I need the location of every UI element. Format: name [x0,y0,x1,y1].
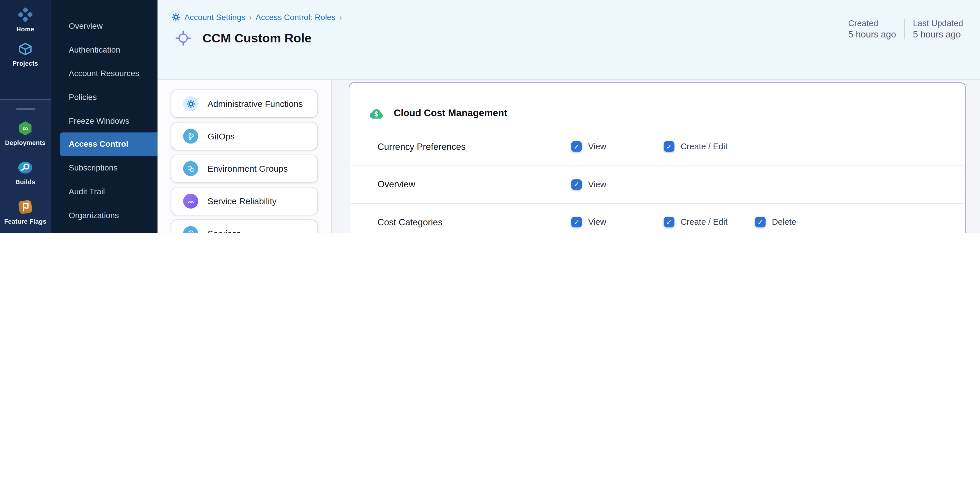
permission-label[interactable]: Create / Edit [681,217,727,227]
resource-group-label: Services [207,228,241,233]
resource-group-label: GitOps [207,131,235,141]
checked-checkbox[interactable] [755,217,766,228]
sidebar-item-tickets[interactable]: Tickets [51,227,158,233]
sidebar-item-policies[interactable]: Policies [51,85,158,109]
role-meta: Created 5 hours ago Last Updated 5 hours… [840,19,971,40]
resource-group-service-reliability[interactable]: Service Reliability [171,187,317,215]
module-rail: HomeProjects ∞DeploymentsBuildsFeature F… [0,0,51,233]
resource-group-gitops[interactable]: GitOps [171,122,317,150]
projects-cube-icon [17,41,34,57]
builds-icon [17,159,34,176]
checked-checkbox[interactable] [571,141,582,152]
permission-label[interactable]: Create / Edit [681,142,727,151]
permission-row-overview: OverviewView [350,166,964,204]
checked-checkbox[interactable] [571,217,582,228]
sidebar-item-overview[interactable]: Overview [51,14,158,38]
checked-checkbox[interactable] [571,179,582,190]
resource-group-environment-groups[interactable]: Environment Groups [171,155,317,182]
resource-group-label: Environment Groups [207,163,288,173]
permission-row-label: Overview [377,179,415,189]
role-target-icon [175,30,191,46]
breadcrumb-gear-icon [171,13,180,22]
breadcrumb-link[interactable]: Account Settings [184,13,245,22]
rail-item-home[interactable]: Home [0,6,51,33]
last-updated-value: 5 hours ago [913,29,963,39]
sidebar-item-freeze-windows[interactable]: Freeze Windows [51,109,158,132]
breadcrumb-separator: › [339,13,342,22]
page-header: Account Settings›Access Control: Roles› … [158,0,980,80]
rail-item-label: Builds [15,179,35,185]
sidebar-item-access-control[interactable]: Access Control [60,132,157,156]
section-title: Cloud Cost Management [394,108,508,119]
app-window: HomeProjects ∞DeploymentsBuildsFeature F… [0,0,980,233]
rail-item-label: Feature Flags [4,218,46,225]
permission-label[interactable]: View [588,217,606,227]
ccm-cloud-icon: $ [368,105,385,121]
checked-checkbox[interactable] [664,217,675,228]
rail-item-feature-flags[interactable]: Feature Flags [0,199,51,225]
sidebar-item-organizations[interactable]: Organizations [51,203,158,227]
environment-groups-icon [186,164,195,173]
resource-group-label: Administrative Functions [207,99,303,109]
resource-group-administrative-functions[interactable]: Administrative Functions [171,90,317,117]
sidebar-item-subscriptions[interactable]: Subscriptions [51,156,158,179]
resource-group-services[interactable]: Services [171,220,317,233]
created-label: Created [848,19,896,28]
rail-item-label: Home [16,25,34,33]
rail-item-builds[interactable]: Builds [0,159,51,185]
main-area: Account Settings›Access Control: Roles› … [158,0,980,233]
services-hexagon-icon [186,229,195,233]
ccm-cloud-icon: $ [368,105,385,121]
svg-text:$: $ [374,110,379,117]
content-area: Administrative FunctionsGitOpsEnvironmen… [158,80,980,233]
rail-item-projects[interactable]: Projects [0,41,51,67]
permission-label[interactable]: View [588,180,606,189]
feature-flags-rail-icon [17,199,34,216]
rail-item-label: Projects [13,60,38,67]
role-target-icon [175,30,191,46]
gitops-branch-icon [186,132,195,141]
rail-section-top: HomeProjects [0,0,51,100]
rail-drag-handle [16,108,35,110]
permission-slot: Create / Edit [664,141,727,152]
sidebar-item-account-resources[interactable]: Account Resources [51,62,158,85]
rail-item-deployments[interactable]: ∞Deployments [0,120,51,146]
last-updated-label: Last Updated [913,19,963,28]
checked-checkbox[interactable] [664,141,675,152]
breadcrumb-link[interactable]: Access Control: Roles [256,13,336,22]
sidebar-item-audit-trail[interactable]: Audit Trail [51,179,158,203]
admin-gear-icon [186,99,195,108]
rail-section-modules: ∞DeploymentsBuildsFeature Flags [0,100,51,233]
permission-row-label: Cost Categories [377,217,442,227]
deployments-hexagon-icon: ∞ [17,120,34,137]
resource-group-label: Service Reliability [207,196,277,206]
permission-label[interactable]: Delete [772,217,796,227]
created-value: 5 hours ago [848,29,896,39]
harness-home-icon [17,6,34,23]
page-title: CCM Custom Role [202,31,312,45]
permission-slot: View [571,217,606,228]
ccm-permissions-card: $ Cloud Cost Management Currency Prefere… [349,82,966,233]
permission-slot: View [571,141,606,152]
permission-row-cost-categories: Cost CategoriesViewCreate / EditDelete [350,204,964,233]
permissions-panel-area: $ Cloud Cost Management Currency Prefere… [332,80,980,233]
permission-row-currency-preferences: Currency PreferencesViewCreate / Edit [350,128,964,166]
permission-row-label: Currency Preferences [377,142,466,152]
service-reliability-icon [186,197,195,206]
settings-sidenav: OverviewAuthenticationAccount ResourcesP… [51,0,158,233]
svg-text:∞: ∞ [23,124,28,133]
permission-slot: Create / Edit [664,217,727,228]
rail-item-label: Deployments [5,140,46,146]
permission-slot: View [571,179,606,190]
resource-group-list: Administrative FunctionsGitOpsEnvironmen… [158,80,332,233]
breadcrumb-separator: › [249,13,252,22]
permission-label[interactable]: View [588,142,606,151]
permission-slot: Delete [755,217,796,228]
sidebar-item-authentication[interactable]: Authentication [51,38,158,62]
